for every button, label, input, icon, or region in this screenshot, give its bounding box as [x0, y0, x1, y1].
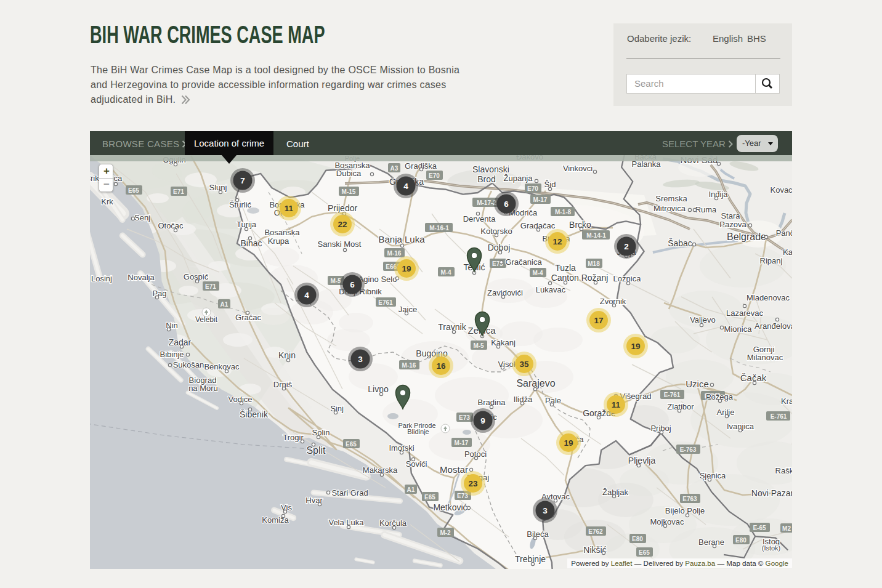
svg-text:Mionica: Mionica — [724, 324, 753, 334]
svg-text:Raška: Raška — [775, 466, 792, 475]
svg-text:Belgrade: Belgrade — [727, 232, 766, 242]
svg-text:Kralj: Kralj — [781, 397, 792, 406]
svg-text:E-763: E-763 — [680, 446, 697, 453]
svg-text:Sukošan: Sukošan — [173, 360, 204, 369]
svg-text:Slavonski: Slavonski — [472, 164, 509, 174]
svg-text:35: 35 — [519, 360, 529, 369]
svg-text:M-15: M-15 — [342, 188, 356, 195]
svg-text:Berane: Berane — [698, 538, 724, 547]
svg-text:Canton Rožanj: Canton Rožanj — [551, 273, 609, 283]
svg-text:Pljevlja: Pljevlja — [628, 456, 656, 465]
svg-text:11: 11 — [612, 400, 621, 409]
svg-text:E71: E71 — [205, 283, 216, 290]
svg-text:Novi Pazar: Novi Pazar — [751, 488, 792, 498]
svg-text:2: 2 — [624, 242, 629, 251]
svg-text:E80: E80 — [735, 537, 746, 544]
svg-text:E65: E65 — [639, 549, 650, 556]
svg-text:Vinkovci: Vinkovci — [563, 164, 593, 173]
svg-text:3: 3 — [358, 355, 363, 364]
svg-text:E-65: E-65 — [753, 525, 766, 531]
svg-text:Trebinje: Trebinje — [515, 554, 546, 564]
svg-text:Metković: Metković — [433, 502, 467, 512]
svg-text:6: 6 — [350, 280, 355, 289]
svg-text:Mitrovica: Mitrovica — [653, 204, 686, 213]
svg-text:4: 4 — [403, 182, 408, 191]
svg-text:na Moru: na Moru — [188, 384, 218, 393]
svg-text:M-17-2: M-17-2 — [477, 199, 496, 206]
svg-text:Županja: Županja — [504, 174, 533, 183]
svg-text:Kovaci: Kovaci — [770, 185, 792, 195]
svg-text:E-761: E-761 — [771, 413, 787, 420]
svg-text:Aranđelova: Aranđelova — [755, 321, 792, 331]
svg-text:Banja Luka: Banja Luka — [378, 234, 425, 244]
svg-text:Sarajevo: Sarajevo — [516, 378, 555, 389]
svg-text:Pazova: Pazova — [719, 220, 746, 229]
svg-text:E762: E762 — [588, 528, 603, 535]
svg-text:A1: A1 — [407, 486, 415, 493]
svg-text:19: 19 — [631, 342, 640, 351]
svg-text:9: 9 — [480, 416, 485, 425]
svg-text:Kakanj: Kakanj — [491, 338, 516, 347]
svg-text:Stara: Stara — [721, 211, 740, 220]
svg-text:17: 17 — [594, 316, 603, 325]
svg-text:M2: M2 — [782, 525, 791, 532]
svg-text:Ripanj: Ripanj — [760, 256, 783, 265]
svg-text:Lazarevac: Lazarevac — [726, 308, 763, 318]
svg-text:Mostar: Mostar — [440, 464, 468, 475]
svg-text:Livno: Livno — [368, 384, 389, 394]
svg-text:Vela Luka: Vela Luka — [328, 518, 364, 527]
svg-text:Valjevo: Valjevo — [690, 315, 716, 324]
svg-text:Solin: Solin — [312, 428, 330, 437]
svg-text:Benkovac: Benkovac — [204, 362, 240, 371]
svg-text:Ruma: Ruma — [695, 205, 717, 214]
svg-text:4: 4 — [304, 291, 309, 300]
svg-text:12: 12 — [552, 237, 562, 246]
svg-text:M-4: M-4 — [440, 269, 451, 276]
svg-text:M-5: M-5 — [330, 278, 341, 284]
svg-text:22: 22 — [338, 220, 347, 229]
svg-text:Stari Grad: Stari Grad — [331, 488, 368, 497]
svg-text:Pančevo: Pančevo — [776, 228, 792, 238]
svg-text:11: 11 — [285, 204, 294, 213]
svg-text:Kalu: Kalu — [783, 248, 792, 257]
svg-text:Blidinje: Blidinje — [407, 428, 429, 435]
svg-text:E65: E65 — [128, 187, 139, 194]
svg-text:Šabac: Šabac — [668, 238, 692, 248]
svg-text:Travnik: Travnik — [438, 322, 466, 332]
svg-text:Senj: Senj — [134, 213, 150, 222]
svg-text:Inđija: Inđija — [708, 190, 728, 199]
svg-text:E65: E65 — [346, 441, 357, 448]
svg-text:(Istok): (Istok) — [762, 544, 781, 552]
svg-text:6: 6 — [504, 199, 509, 209]
svg-text:Bibinje: Bibinje — [160, 350, 184, 359]
svg-text:Milanovac: Milanovac — [747, 353, 783, 362]
svg-text:E71: E71 — [173, 188, 184, 195]
svg-text:Zavidovići: Zavidovići — [487, 288, 523, 297]
svg-text:Šturlić: Šturlić — [229, 200, 252, 209]
svg-text:E80: E80 — [632, 536, 643, 542]
svg-text:Derventa: Derventa — [463, 214, 496, 224]
svg-text:19: 19 — [564, 438, 573, 448]
svg-text:M-16: M-16 — [402, 362, 416, 369]
svg-text:M-16: M-16 — [387, 250, 402, 257]
svg-text:M-17: M-17 — [455, 440, 469, 446]
svg-text:Sovići: Sovići — [406, 459, 427, 469]
svg-text:Šibenik: Šibenik — [240, 409, 269, 419]
svg-text:A1: A1 — [220, 301, 229, 308]
svg-text:7: 7 — [240, 176, 245, 185]
svg-text:Mojkovac: Mojkovac — [650, 517, 684, 526]
svg-text:Mladenovac: Mladenovac — [746, 293, 790, 302]
svg-text:Makarska: Makarska — [363, 465, 398, 475]
svg-text:E65: E65 — [424, 494, 435, 501]
svg-text:Prijedor: Prijedor — [328, 203, 358, 213]
svg-text:3: 3 — [543, 506, 548, 515]
svg-text:Bijelo Polje: Bijelo Polje — [665, 506, 705, 515]
svg-text:M-16-1: M-16-1 — [429, 225, 449, 232]
svg-text:E761: E761 — [378, 299, 393, 306]
svg-text:Bosanska: Bosanska — [264, 228, 300, 237]
svg-text:M-14-1: M-14-1 — [586, 232, 606, 239]
svg-text:A3: A3 — [390, 165, 399, 172]
svg-text:Dubica: Dubica — [336, 169, 362, 178]
svg-text:E70: E70 — [429, 172, 440, 179]
svg-text:E70: E70 — [527, 185, 538, 192]
